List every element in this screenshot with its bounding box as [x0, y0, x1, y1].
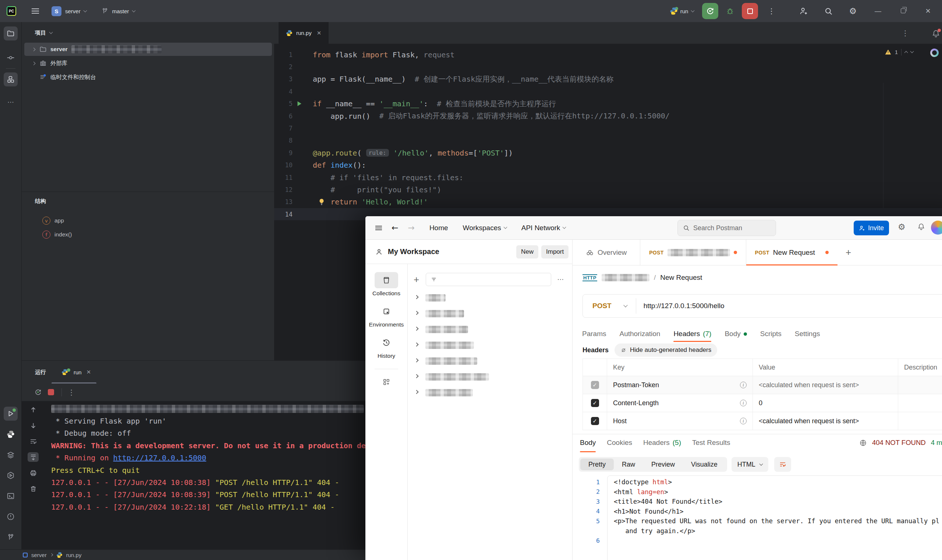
rerun-button[interactable]: [34, 388, 42, 396]
stop-button[interactable]: [742, 3, 758, 19]
response-body[interactable]: 1<!doctype html>2<html lang=en>3<title>4…: [572, 475, 942, 560]
code-line[interactable]: 1from flask import Flask, request: [274, 49, 942, 61]
request-tab-redacted[interactable]: POST: [640, 240, 746, 265]
code-line[interactable]: 8: [274, 135, 942, 147]
import-button[interactable]: Import: [541, 245, 569, 258]
down-stack-trace-button[interactable]: [28, 421, 39, 430]
back-button[interactable]: ←: [392, 223, 398, 232]
code-line[interactable]: 11 # if 'files' in request.files:: [274, 171, 942, 183]
breadcrumb-file[interactable]: run.py: [66, 552, 82, 558]
more-tools-button[interactable]: ⋯: [4, 95, 18, 109]
chevron-right-icon[interactable]: [414, 326, 418, 331]
header-key[interactable]: Content-Length: [613, 399, 659, 407]
chevron-right-icon[interactable]: [414, 342, 418, 346]
code-line[interactable]: 13 return 'Hello, World!': [274, 196, 942, 208]
more-actions-icon[interactable]: ⋮: [768, 7, 775, 15]
hide-auto-headers-button[interactable]: Hide auto-generated headers: [615, 343, 717, 357]
forward-button[interactable]: →: [408, 223, 414, 232]
minimize-button[interactable]: —: [873, 7, 883, 15]
rail-item-environments[interactable]: Environments: [369, 303, 404, 328]
run-config-selector[interactable]: run: [680, 8, 688, 14]
prev-issue-icon[interactable]: [905, 51, 908, 55]
collection-item[interactable]: [408, 322, 572, 337]
code-line[interactable]: 10def index():: [274, 159, 942, 171]
header-description[interactable]: [898, 394, 942, 412]
request-tab-headers[interactable]: Headers(7): [674, 326, 711, 341]
main-menu-icon[interactable]: [32, 8, 39, 14]
new-button[interactable]: New: [516, 245, 538, 258]
inspection-widget[interactable]: 1: [885, 49, 913, 55]
response-tab-cookies[interactable]: Cookies: [607, 434, 632, 452]
filter-input[interactable]: [426, 273, 551, 286]
more-options-icon[interactable]: ⋯: [557, 275, 564, 283]
nav-home[interactable]: Home: [429, 224, 448, 232]
structure-item-index[interactable]: f index(): [22, 228, 274, 242]
project-widget[interactable]: server: [65, 8, 80, 14]
project-tool-button[interactable]: [4, 26, 18, 40]
more-options-icon[interactable]: ⋮: [68, 389, 75, 396]
close-button[interactable]: ✕: [923, 7, 933, 15]
soft-wrap-button[interactable]: [28, 437, 39, 446]
vcs-button[interactable]: [4, 530, 18, 544]
nav-api-network[interactable]: API Network: [521, 224, 566, 232]
header-key[interactable]: Host: [613, 417, 627, 425]
header-checkbox[interactable]: ✓: [591, 381, 599, 389]
user-avatar[interactable]: [931, 221, 942, 235]
add-user-icon[interactable]: [799, 7, 808, 15]
maximize-button[interactable]: [898, 7, 908, 15]
url-input[interactable]: http://127.0.0.1:5000/hello: [644, 302, 725, 310]
new-tab-button[interactable]: +: [837, 240, 859, 265]
close-tab-icon[interactable]: ✕: [86, 369, 91, 375]
request-tab-params[interactable]: Params: [582, 326, 606, 341]
ai-assistant-button[interactable]: [930, 49, 939, 57]
chevron-right-icon[interactable]: [414, 295, 418, 299]
chevron-right-icon[interactable]: [414, 390, 418, 394]
add-module-icon[interactable]: [382, 378, 390, 386]
sidebar-toggle-icon[interactable]: [375, 226, 382, 230]
request-tab-new-request[interactable]: POST New Request: [746, 240, 837, 265]
settings-gear-icon[interactable]: ⚙: [898, 222, 906, 232]
request-tab-settings[interactable]: Settings: [795, 326, 820, 341]
format-dropdown[interactable]: HTML: [732, 457, 768, 472]
python-console-button[interactable]: [4, 427, 18, 441]
close-tab-icon[interactable]: ✕: [317, 30, 322, 36]
notifications-bell-icon[interactable]: [917, 223, 925, 231]
header-checkbox[interactable]: ✓: [591, 399, 599, 407]
run-tool-button[interactable]: [4, 407, 18, 421]
next-issue-icon[interactable]: [910, 50, 914, 53]
commit-tool-button[interactable]: [4, 51, 18, 65]
notifications-bell[interactable]: [932, 29, 940, 38]
breadcrumb-module[interactable]: server: [31, 552, 47, 558]
terminal-button[interactable]: [4, 489, 18, 503]
run-tab[interactable]: run ✕: [62, 369, 91, 375]
header-checkbox[interactable]: ✓: [591, 417, 599, 425]
lightbulb-icon[interactable]: [318, 198, 326, 206]
response-time[interactable]: 4 ms: [931, 438, 942, 447]
clear-console-button[interactable]: [28, 484, 39, 494]
tree-item-server[interactable]: server: [22, 42, 274, 56]
table-row[interactable]: ✓Postman-Tokeni<calculated when request …: [583, 376, 942, 394]
header-value[interactable]: <calculated when request is sent>: [753, 412, 898, 430]
stop-button[interactable]: [48, 389, 54, 395]
request-tab-scripts[interactable]: Scripts: [760, 326, 782, 341]
table-row[interactable]: ✓Content-Lengthi0: [583, 394, 942, 412]
collection-item[interactable]: [408, 353, 572, 369]
wrap-lines-button[interactable]: [774, 457, 791, 472]
structure-tool-button[interactable]: [4, 72, 18, 86]
search-icon[interactable]: [824, 7, 833, 15]
tree-item-scratches[interactable]: 临时文件和控制台: [22, 70, 274, 84]
request-tab-authorization[interactable]: Authorization: [619, 326, 660, 341]
chevron-right-icon[interactable]: [414, 311, 418, 315]
code-line[interactable]: 2: [274, 61, 942, 73]
structure-item-app[interactable]: v app: [22, 214, 274, 228]
editor-options-icon[interactable]: ⋮: [902, 29, 909, 37]
response-tab-test-results[interactable]: Test Results: [692, 434, 730, 452]
code-line[interactable]: 3app = Flask(__name__) # 创建一个Flask应用实例，_…: [274, 73, 942, 85]
response-status[interactable]: 404 NOT FOUND: [872, 438, 926, 447]
tree-item-external-libraries[interactable]: 外部库: [22, 56, 274, 70]
invite-button[interactable]: Invite: [854, 221, 889, 235]
response-tab-headers[interactable]: Headers(5): [643, 434, 681, 452]
header-key[interactable]: Postman-Token: [613, 381, 659, 389]
problems-button[interactable]: [4, 510, 18, 524]
nav-workspaces[interactable]: Workspaces: [463, 224, 507, 232]
